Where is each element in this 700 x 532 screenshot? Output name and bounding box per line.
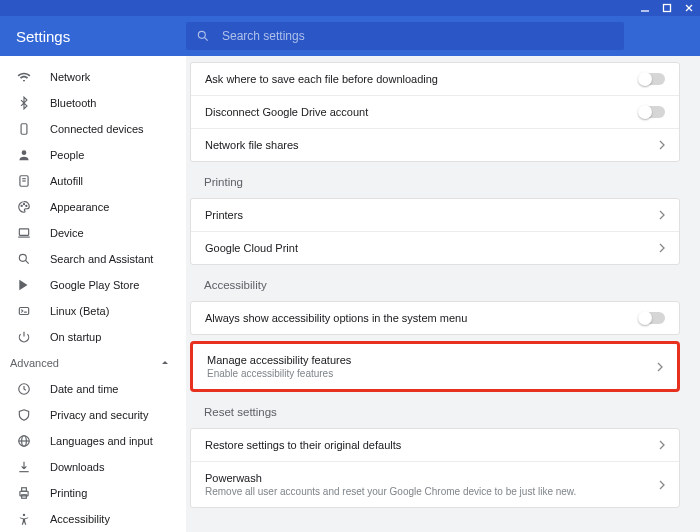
printer-icon <box>16 485 32 501</box>
sidebar-item-device[interactable]: Device <box>0 220 186 246</box>
page-title: Settings <box>0 28 186 45</box>
sidebar-item-on-startup[interactable]: On startup <box>0 324 186 350</box>
sidebar-item-label: Date and time <box>50 383 118 395</box>
row-restore-defaults[interactable]: Restore settings to their original defau… <box>191 429 679 462</box>
sidebar-item-label: Connected devices <box>50 123 144 135</box>
laptop-icon <box>16 225 32 241</box>
sidebar-item-printing[interactable]: Printing <box>0 480 186 506</box>
sidebar-item-label: People <box>50 149 84 161</box>
sidebar-item-languages-and-input[interactable]: Languages and input <box>0 428 186 454</box>
sidebar-item-bluetooth[interactable]: Bluetooth <box>0 90 186 116</box>
svg-line-17 <box>25 260 28 263</box>
sidebar-item-connected-devices[interactable]: Connected devices <box>0 116 186 142</box>
search-assistant-icon <box>16 251 32 267</box>
svg-rect-1 <box>664 5 671 12</box>
accessibility-title: Accessibility <box>204 279 680 291</box>
chevron-right-icon <box>659 440 665 450</box>
sidebar-item-people[interactable]: People <box>0 142 186 168</box>
powerwash-label: Powerwash <box>205 472 576 484</box>
sidebar-item-label: Search and Assistant <box>50 253 153 265</box>
manage-a11y-sub: Enable accessibility features <box>207 368 351 379</box>
network-shares-label: Network file shares <box>205 139 299 151</box>
chevron-right-icon <box>659 210 665 220</box>
chevron-right-icon <box>657 362 663 372</box>
search-icon <box>196 29 210 43</box>
toggle-always-show[interactable] <box>639 312 665 324</box>
sidebar-item-label: Appearance <box>50 201 109 213</box>
sidebar-item-autofill[interactable]: Autofill <box>0 168 186 194</box>
wifi-icon <box>16 69 32 85</box>
sidebar-item-label: Network <box>50 71 90 83</box>
sidebar-item-label: Printing <box>50 487 87 499</box>
sidebar-item-appearance[interactable]: Appearance <box>0 194 186 220</box>
row-always-show-a11y[interactable]: Always show accessibility options in the… <box>191 302 679 334</box>
downloads-card: Ask where to save each file before downl… <box>190 62 680 162</box>
row-disconnect-drive[interactable]: Disconnect Google Drive account <box>191 96 679 129</box>
play-store-icon <box>16 277 32 293</box>
sidebar-item-label: Accessibility <box>50 513 110 525</box>
advanced-label: Advanced <box>10 357 59 369</box>
printing-title: Printing <box>204 176 680 188</box>
sidebar-item-label: Privacy and security <box>50 409 148 421</box>
row-ask-where[interactable]: Ask where to save each file before downl… <box>191 63 679 96</box>
toggle-disconnect-drive[interactable] <box>639 106 665 118</box>
palette-icon <box>16 199 32 215</box>
sidebar-item-search-and-assistant[interactable]: Search and Assistant <box>0 246 186 272</box>
sidebar-item-downloads[interactable]: Downloads <box>0 454 186 480</box>
sidebar-item-accessibility[interactable]: Accessibility <box>0 506 186 532</box>
svg-line-5 <box>204 37 207 40</box>
svg-point-13 <box>26 205 27 206</box>
chevron-right-icon <box>659 243 665 253</box>
svg-point-11 <box>21 205 22 206</box>
cloud-print-label: Google Cloud Print <box>205 242 298 254</box>
titlebar <box>0 0 700 16</box>
svg-rect-6 <box>21 124 27 135</box>
svg-point-4 <box>198 31 205 38</box>
sidebar-item-label: Autofill <box>50 175 83 187</box>
manage-a11y-label: Manage accessibility features <box>207 354 351 366</box>
shield-icon <box>16 407 32 423</box>
close-icon[interactable] <box>682 1 696 15</box>
sidebar-item-google-play-store[interactable]: Google Play Store <box>0 272 186 298</box>
sidebar-item-network[interactable]: Network <box>0 64 186 90</box>
linux-icon <box>16 303 32 319</box>
toggle-ask-where[interactable] <box>639 73 665 85</box>
powerwash-sub: Remove all user accounts and reset your … <box>205 486 576 497</box>
row-printers[interactable]: Printers <box>191 199 679 232</box>
search-box[interactable] <box>186 22 624 50</box>
row-powerwash[interactable]: Powerwash Remove all user accounts and r… <box>191 462 679 507</box>
sidebar-item-label: On startup <box>50 331 101 343</box>
always-show-label: Always show accessibility options in the… <box>205 312 467 324</box>
reset-card: Restore settings to their original defau… <box>190 428 680 508</box>
sidebar-item-date-and-time[interactable]: Date and time <box>0 376 186 402</box>
sidebar-item-linux-beta-[interactable]: Linux (Beta) <box>0 298 186 324</box>
manage-accessibility-card: Manage accessibility features Enable acc… <box>190 341 680 392</box>
devices-icon <box>16 121 32 137</box>
restore-label: Restore settings to their original defau… <box>205 439 401 451</box>
sidebar-item-label: Bluetooth <box>50 97 96 109</box>
bluetooth-icon <box>16 95 32 111</box>
row-manage-accessibility[interactable]: Manage accessibility features Enable acc… <box>193 344 677 389</box>
minimize-icon[interactable] <box>638 1 652 15</box>
sidebar-advanced-header[interactable]: Advanced <box>0 350 186 376</box>
main-content: Ask where to save each file before downl… <box>186 56 700 532</box>
ask-where-label: Ask where to save each file before downl… <box>205 73 438 85</box>
accessibility-card-1: Always show accessibility options in the… <box>190 301 680 335</box>
row-cloud-print[interactable]: Google Cloud Print <box>191 232 679 264</box>
printers-label: Printers <box>205 209 243 221</box>
app-header: Settings <box>0 16 700 56</box>
maximize-icon[interactable] <box>660 1 674 15</box>
power-icon <box>16 329 32 345</box>
sidebar-item-privacy-and-security[interactable]: Privacy and security <box>0 402 186 428</box>
chevron-right-icon <box>659 140 665 150</box>
svg-rect-25 <box>22 488 27 492</box>
row-network-shares[interactable]: Network file shares <box>191 129 679 161</box>
autofill-icon <box>16 173 32 189</box>
sidebar: NetworkBluetoothConnected devicesPeopleA… <box>0 56 186 532</box>
sidebar-item-label: Device <box>50 227 84 239</box>
globe-icon <box>16 433 32 449</box>
svg-point-7 <box>22 150 27 155</box>
search-input[interactable] <box>222 29 614 43</box>
sidebar-item-label: Linux (Beta) <box>50 305 109 317</box>
svg-rect-14 <box>19 229 28 235</box>
